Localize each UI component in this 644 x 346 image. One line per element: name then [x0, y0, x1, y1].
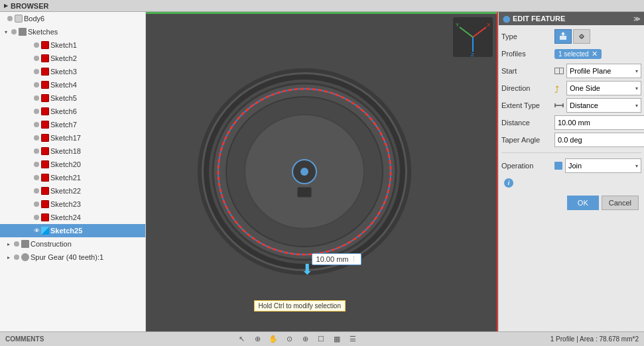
toolbar-btn-select[interactable]: ↖ — [235, 333, 248, 345]
tree-item-sketch21[interactable]: Sketch21 — [0, 171, 145, 184]
start-dropdown-arrow: ▾ — [635, 68, 638, 74]
direction-dropdown-arrow: ▾ — [635, 86, 638, 91]
tree-item-sketch20[interactable]: Sketch20 — [0, 158, 145, 171]
tree-item-body6[interactable]: Body6 — [0, 12, 145, 25]
vis-eye-sketch3[interactable] — [32, 67, 41, 76]
vis-eye-body6[interactable] — [5, 14, 15, 23]
tree-item-sketch24[interactable]: Sketch24 — [0, 211, 145, 224]
distance-row: Distance — [501, 115, 641, 130]
vis-eye-sketch25[interactable]: 👁 — [32, 226, 41, 235]
distance-input[interactable] — [554, 115, 644, 130]
tree-item-sketch17[interactable]: Sketch17 — [0, 131, 145, 144]
sketch-icon-sketch20 — [41, 160, 49, 168]
bottom-toolbar: ↖ ⊕ ✋ ⊙ ⊕ ☐ ▦ ☰ — [235, 333, 359, 345]
distance-value — [554, 115, 644, 130]
profiles-row: Profiles 1 selected ✕ — [501, 46, 641, 61]
tree-item-sketch18[interactable]: Sketch18 — [0, 144, 145, 158]
extrude-icon — [558, 32, 568, 41]
vis-eye-sketch24[interactable] — [32, 213, 41, 222]
type-row: Type — [501, 29, 641, 44]
body-icon-body6 — [15, 15, 23, 23]
panel-header: ⬤ EDIT FEATURE ≫ — [499, 12, 644, 25]
sketch-icon-sketch24 — [41, 213, 49, 221]
tree-item-construction[interactable]: ▸ Construction — [0, 237, 145, 251]
vis-eye-sketch7[interactable] — [32, 120, 41, 129]
right-guide-line — [497, 12, 498, 331]
vis-eye-sketch5[interactable] — [32, 93, 41, 103]
vis-eye-sketch23[interactable] — [32, 200, 41, 209]
operation-dropdown[interactable]: Join ▾ — [565, 158, 641, 173]
toolbar-btn-zoom[interactable]: ⊕ — [298, 333, 312, 345]
vis-eye-sketch4[interactable] — [32, 80, 41, 89]
toolbar-btn-add[interactable]: ⊕ — [251, 333, 264, 345]
tree-item-sketches[interactable]: ▾ Sketches — [0, 25, 145, 38]
3d-model — [192, 59, 417, 284]
tree-item-sketch5[interactable]: Sketch5 — [0, 91, 145, 105]
dimension-value: 10.00 mm — [316, 255, 349, 263]
vis-eye-construction[interactable] — [12, 239, 21, 249]
expand-arrow-sketches[interactable]: ▾ — [3, 29, 9, 35]
taper-angle-row: Taper Angle — [501, 133, 641, 147]
vis-eye-sketch18[interactable] — [32, 146, 41, 156]
vis-eye-sketch17[interactable] — [32, 133, 41, 143]
revolve-icon — [577, 32, 586, 41]
sketch-icon-sketch21 — [41, 174, 49, 182]
panel-dot: ⬤ — [503, 15, 510, 23]
type-btn-revolve[interactable] — [573, 29, 590, 44]
vis-eye-sketch22[interactable] — [32, 186, 41, 196]
vis-eye-sketches[interactable] — [9, 27, 19, 36]
type-value — [554, 29, 641, 44]
direction-row: Direction ⤴ One Side ▾ — [501, 81, 641, 95]
tree-item-sketch22[interactable]: Sketch22 — [0, 184, 145, 198]
vis-eye-sketch1[interactable] — [32, 40, 41, 50]
svg-marker-21 — [561, 32, 565, 34]
distance-icon — [554, 102, 564, 109]
vis-eye-sketch6[interactable] — [32, 107, 41, 116]
toolbar-btn-grid[interactable]: ▦ — [330, 333, 344, 345]
operation-dropdown-arrow: ▾ — [635, 163, 638, 169]
collapse-icon[interactable]: ▸ — [4, 1, 8, 10]
top-guide-line — [146, 12, 498, 14]
toolbar-btn-menu[interactable]: ☰ — [346, 333, 359, 345]
toolbar-btn-hand[interactable]: ✋ — [267, 333, 280, 345]
tree-item-sketch25[interactable]: 👁 Sketch25 — [0, 224, 145, 237]
ok-button[interactable]: OK — [567, 196, 599, 210]
tree-item-sketch1[interactable]: Sketch1 — [0, 38, 145, 52]
dimension-menu-icon[interactable]: ⋮ — [351, 256, 357, 262]
profiles-clear-btn[interactable]: ✕ — [592, 50, 598, 58]
edit-feature-panel: ⬤ EDIT FEATURE ≫ Type — [498, 12, 644, 331]
tree-item-spur-gear[interactable]: ▸ Spur Gear (40 teeth):1 — [0, 251, 145, 264]
expand-arrow-spur-gear[interactable]: ▸ — [5, 255, 12, 260]
type-button-group — [554, 29, 590, 44]
start-dropdown[interactable]: Profile Plane ▾ — [566, 64, 641, 78]
toolbar-btn-frame[interactable]: ☐ — [314, 333, 328, 345]
profiles-chip[interactable]: 1 selected ✕ — [554, 49, 602, 59]
browser-tree: Body6 ▾ Sketches Sketch1 Sketch2 — [0, 12, 145, 331]
tree-item-sketch6[interactable]: Sketch6 — [0, 105, 145, 118]
dimension-label[interactable]: 10.00 mm ⋮ — [312, 253, 362, 265]
extent-type-dropdown[interactable]: Distance ▾ — [566, 98, 641, 113]
sketch-icon-sketch2 — [41, 54, 49, 62]
direction-value: ⤴ One Side ▾ — [554, 81, 641, 95]
vis-eye-sketch2[interactable] — [32, 54, 41, 63]
viewport[interactable]: ⬇ 10.00 mm ⋮ Hold Ctrl to modify selecti… — [146, 12, 498, 331]
tree-item-sketch3[interactable]: Sketch3 — [0, 65, 145, 78]
tree-item-sketch7[interactable]: Sketch7 — [0, 118, 145, 131]
cancel-button[interactable]: Cancel — [602, 196, 639, 210]
direction-dropdown[interactable]: One Side ▾ — [566, 81, 641, 95]
sketch-icon-sketch5 — [41, 94, 49, 102]
sketch-icon-sketch23 — [41, 200, 49, 208]
expand-arrow-construction[interactable]: ▸ — [5, 241, 12, 247]
toolbar-btn-orbit[interactable]: ⊙ — [283, 333, 296, 345]
vis-eye-sketch20[interactable] — [32, 160, 41, 169]
type-btn-extrude[interactable] — [554, 29, 572, 44]
vis-eye-spur-gear[interactable] — [12, 253, 21, 262]
tree-item-sketch4[interactable]: Sketch4 — [0, 78, 145, 91]
taper-angle-input[interactable] — [554, 133, 644, 147]
vis-eye-sketch21[interactable] — [32, 173, 41, 182]
tree-item-sketch23[interactable]: Sketch23 — [0, 198, 145, 211]
tree-item-sketch2[interactable]: Sketch2 — [0, 52, 145, 65]
panel-expand-icon[interactable]: ≫ — [633, 15, 640, 23]
distance-svg — [554, 102, 564, 109]
separator-1 — [501, 152, 641, 153]
